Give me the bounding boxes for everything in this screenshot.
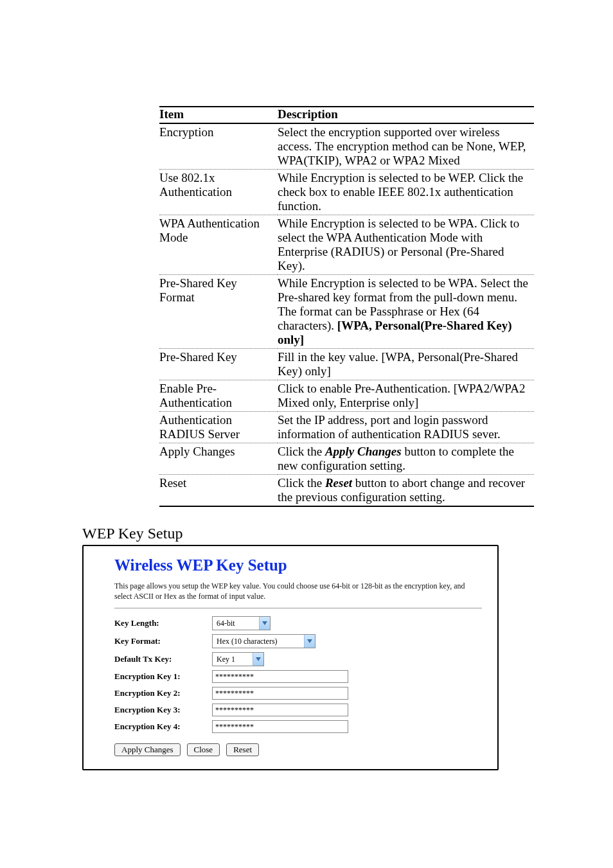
table-row: Encryption Select the encryption support… — [159, 123, 534, 170]
label-key4: Encryption Key 4: — [114, 722, 212, 732]
select-value: 64-bit — [213, 619, 259, 628]
label-key3: Encryption Key 3: — [114, 705, 212, 715]
row-key2: Encryption Key 2: — [114, 687, 482, 700]
row-default-tx: Default Tx Key: Key 1 — [114, 652, 482, 666]
item-cell: WPA Authentication Mode — [159, 215, 278, 275]
desc-text: Click the — [278, 445, 325, 458]
select-key-length[interactable]: 64-bit — [212, 616, 271, 630]
desc-cell: Click the Apply Changes button to comple… — [278, 443, 534, 475]
desc-text: Click the — [278, 476, 325, 490]
input-key3[interactable] — [212, 704, 348, 716]
input-key4[interactable] — [212, 720, 348, 733]
label-key1: Encryption Key 1: — [114, 671, 212, 682]
chevron-down-icon — [304, 635, 315, 648]
panel-intro: This page allows you setup the WEP key v… — [114, 581, 482, 608]
table-row: Reset Click the Reset button to abort ch… — [159, 475, 534, 507]
header-description: Description — [278, 107, 534, 123]
item-cell: Encryption — [159, 123, 278, 170]
table-row: Pre-Shared Key Format While Encryption i… — [159, 275, 534, 349]
wep-setup-panel: Wireless WEP Key Setup This page allows … — [82, 545, 499, 770]
desc-cell: Select the encryption supported over wir… — [278, 123, 534, 170]
wep-section-title: WEP Key Setup — [82, 525, 536, 542]
table-row: Authentication RADIUS Server Set the IP … — [159, 412, 534, 443]
select-default-tx[interactable]: Key 1 — [212, 652, 264, 666]
row-key4: Encryption Key 4: — [114, 720, 482, 733]
reset-button[interactable]: Reset — [226, 743, 259, 756]
desc-cell: While Encryption is selected to be WEP. … — [278, 170, 534, 215]
desc-bold-italic: Reset — [325, 476, 352, 490]
table-row: Pre-Shared Key Fill in the key value. [W… — [159, 349, 534, 380]
input-key2[interactable] — [212, 687, 348, 700]
select-value: Key 1 — [213, 655, 253, 664]
row-key3: Encryption Key 3: — [114, 704, 482, 716]
row-key1: Encryption Key 1: — [114, 670, 482, 683]
panel-title: Wireless WEP Key Setup — [114, 556, 482, 574]
desc-cell: Fill in the key value. [WPA, Personal(Pr… — [278, 349, 534, 380]
desc-cell: Click to enable Pre-Authentication. [WPA… — [278, 380, 534, 412]
select-key-format[interactable]: Hex (10 characters) — [212, 634, 315, 648]
item-cell: Enable Pre-Authentication — [159, 380, 278, 412]
chevron-down-icon — [253, 653, 263, 666]
apply-changes-button[interactable]: Apply Changes — [114, 743, 181, 756]
label-key-format: Key Format: — [114, 636, 212, 646]
chevron-down-icon — [259, 617, 270, 630]
item-cell: Use 802.1x Authentication — [159, 170, 278, 215]
item-cell: Pre-Shared Key Format — [159, 275, 278, 349]
label-key2: Encryption Key 2: — [114, 688, 212, 698]
item-cell: Pre-Shared Key — [159, 349, 278, 380]
desc-cell: Click the Reset button to abort change a… — [278, 475, 534, 507]
table-row: Enable Pre-Authentication Click to enabl… — [159, 380, 534, 412]
close-button[interactable]: Close — [187, 743, 220, 756]
table-row: WPA Authentication Mode While Encryption… — [159, 215, 534, 275]
desc-cell: Set the IP address, port and login passw… — [278, 412, 534, 443]
settings-table: Item Description Encryption Select the e… — [159, 106, 534, 507]
row-key-length: Key Length: 64-bit — [114, 616, 482, 630]
input-key1[interactable] — [212, 670, 348, 683]
label-default-tx: Default Tx Key: — [114, 654, 212, 664]
table-row: Use 802.1x Authentication While Encrypti… — [159, 170, 534, 215]
item-cell: Apply Changes — [159, 443, 278, 475]
desc-bold-italic: Apply Changes — [325, 445, 402, 458]
button-row: Apply Changes Close Reset — [114, 743, 482, 756]
item-cell: Authentication RADIUS Server — [159, 412, 278, 443]
item-cell: Reset — [159, 475, 278, 507]
select-value: Hex (10 characters) — [213, 637, 304, 646]
label-key-length: Key Length: — [114, 618, 212, 628]
row-key-format: Key Format: Hex (10 characters) — [114, 634, 482, 648]
desc-cell: While Encryption is selected to be WPA. … — [278, 275, 534, 349]
table-row: Apply Changes Click the Apply Changes bu… — [159, 443, 534, 475]
header-item: Item — [159, 107, 278, 123]
desc-cell: While Encryption is selected to be WPA. … — [278, 215, 534, 275]
